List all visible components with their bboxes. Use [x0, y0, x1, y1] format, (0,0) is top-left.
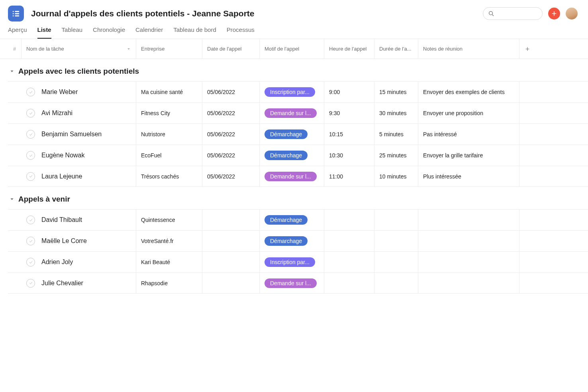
table-row[interactable]: Marie WeberMa cuisine santé05/06/2022Ins…: [8, 81, 588, 102]
cell-hour[interactable]: [324, 210, 374, 230]
table-row[interactable]: Maëlle Le CorreVotreSanté.frDémarchage: [8, 230, 588, 251]
cell-notes[interactable]: [418, 210, 519, 230]
column-reason[interactable]: Motif de l'appel: [260, 39, 324, 59]
complete-toggle[interactable]: [26, 109, 35, 118]
column-hour[interactable]: Heure de l'appel: [324, 39, 374, 59]
complete-toggle[interactable]: [26, 258, 35, 267]
cell-name[interactable]: Julie Chevalier: [22, 273, 136, 293]
avatar[interactable]: [566, 8, 578, 20]
cell-notes[interactable]: Envoyer une proposition: [418, 103, 519, 123]
cell-name[interactable]: Eugène Nowak: [22, 145, 136, 166]
complete-toggle[interactable]: [26, 151, 35, 160]
tab-tableau-de-bord[interactable]: Tableau de bord: [173, 26, 216, 39]
cell-date[interactable]: [202, 210, 260, 230]
cell-hour[interactable]: 10:15: [324, 124, 374, 145]
cell-date[interactable]: 05/06/2022: [202, 145, 260, 166]
tab-liste[interactable]: Liste: [37, 26, 51, 39]
tab-processus[interactable]: Processus: [227, 26, 255, 39]
cell-hour[interactable]: 9:00: [324, 82, 374, 102]
cell-reason[interactable]: Demande sur l...: [260, 103, 324, 123]
cell-notes[interactable]: Pas intéressé: [418, 124, 519, 145]
cell-reason[interactable]: Inscription par...: [260, 82, 324, 102]
cell-reason[interactable]: Démarchage: [260, 124, 324, 145]
cell-reason[interactable]: Demande sur l...: [260, 166, 324, 186]
cell-hour[interactable]: 10:30: [324, 145, 374, 166]
cell-name[interactable]: Laura Lejeune: [22, 166, 136, 186]
cell-reason[interactable]: Inscription par...: [260, 252, 324, 272]
column-name[interactable]: Nom de la tâche: [22, 39, 136, 59]
column-hash[interactable]: #: [8, 39, 22, 59]
cell-company[interactable]: Quintessence: [136, 210, 202, 230]
cell-name[interactable]: Avi Mizrahi: [22, 103, 136, 123]
cell-notes[interactable]: [418, 252, 519, 272]
table-row[interactable]: David ThibaultQuintessenceDémarchage: [8, 209, 588, 230]
cell-duration[interactable]: [374, 252, 418, 272]
cell-reason[interactable]: Démarchage: [260, 210, 324, 230]
add-button[interactable]: [548, 8, 560, 20]
tab-tableau[interactable]: Tableau: [62, 26, 83, 39]
cell-duration[interactable]: 10 minutes: [374, 166, 418, 186]
add-column-button[interactable]: [519, 39, 535, 59]
cell-duration[interactable]: 25 minutes: [374, 145, 418, 166]
cell-date[interactable]: 05/06/2022: [202, 166, 260, 186]
complete-toggle[interactable]: [26, 237, 35, 245]
project-icon[interactable]: [8, 6, 24, 22]
complete-toggle[interactable]: [26, 130, 35, 139]
cell-duration[interactable]: 30 minutes: [374, 103, 418, 123]
cell-company[interactable]: Trésors cachés: [136, 166, 202, 186]
table-row[interactable]: Julie ChevalierRhapsodieDemande sur l...: [8, 272, 588, 294]
complete-toggle[interactable]: [26, 216, 35, 224]
cell-company[interactable]: Nutristore: [136, 124, 202, 145]
column-date[interactable]: Date de l'appel: [202, 39, 260, 59]
search-input[interactable]: [483, 7, 543, 20]
cell-date[interactable]: [202, 252, 260, 272]
tab-calendrier[interactable]: Calendrier: [135, 26, 163, 39]
cell-hour[interactable]: [324, 231, 374, 251]
complete-toggle[interactable]: [26, 279, 35, 288]
table-row[interactable]: Benjamin SamuelsenNutristore05/06/2022Dé…: [8, 123, 588, 145]
column-duration[interactable]: Durée de l'a...: [374, 39, 418, 59]
cell-reason[interactable]: Démarchage: [260, 231, 324, 251]
tab-aperçu[interactable]: Aperçu: [8, 26, 27, 39]
cell-reason[interactable]: Demande sur l...: [260, 273, 324, 293]
cell-date[interactable]: 05/06/2022: [202, 124, 260, 145]
cell-name[interactable]: David Thibault: [22, 210, 136, 230]
cell-duration[interactable]: [374, 210, 418, 230]
cell-hour[interactable]: [324, 273, 374, 293]
column-company[interactable]: Entreprise: [136, 39, 202, 59]
cell-reason[interactable]: Démarchage: [260, 145, 324, 166]
column-notes[interactable]: Notes de réunion: [418, 39, 519, 59]
cell-date[interactable]: [202, 231, 260, 251]
cell-company[interactable]: Fitness City: [136, 103, 202, 123]
cell-duration[interactable]: 5 minutes: [374, 124, 418, 145]
table-row[interactable]: Avi MizrahiFitness City05/06/2022Demande…: [8, 102, 588, 123]
cell-duration[interactable]: [374, 273, 418, 293]
cell-name[interactable]: Maëlle Le Corre: [22, 231, 136, 251]
cell-hour[interactable]: [324, 252, 374, 272]
cell-name[interactable]: Benjamin Samuelsen: [22, 124, 136, 145]
cell-notes[interactable]: [418, 231, 519, 251]
cell-company[interactable]: Kari Beauté: [136, 252, 202, 272]
cell-notes[interactable]: Plus intéressée: [418, 166, 519, 186]
cell-duration[interactable]: [374, 231, 418, 251]
tab-chronologie[interactable]: Chronologie: [93, 26, 125, 39]
table-row[interactable]: Eugène NowakEcoFuel05/06/2022Démarchage1…: [8, 145, 588, 166]
cell-duration[interactable]: 15 minutes: [374, 82, 418, 102]
complete-toggle[interactable]: [26, 88, 35, 96]
table-row[interactable]: Adrien JolyKari BeautéInscription par...: [8, 251, 588, 272]
cell-date[interactable]: 05/06/2022: [202, 82, 260, 102]
cell-company[interactable]: Rhapsodie: [136, 273, 202, 293]
cell-date[interactable]: [202, 273, 260, 293]
cell-hour[interactable]: 9:30: [324, 103, 374, 123]
group-header[interactable]: Appels à venir: [8, 187, 588, 209]
group-header[interactable]: Appels avec les clients potentiels: [8, 59, 588, 81]
complete-toggle[interactable]: [26, 172, 35, 181]
cell-company[interactable]: Ma cuisine santé: [136, 82, 202, 102]
cell-company[interactable]: EcoFuel: [136, 145, 202, 166]
table-row[interactable]: Laura LejeuneTrésors cachés05/06/2022Dem…: [8, 166, 588, 187]
cell-hour[interactable]: 11:00: [324, 166, 374, 186]
cell-notes[interactable]: [418, 273, 519, 293]
cell-notes[interactable]: Envoyer des exemples de clients: [418, 82, 519, 102]
cell-name[interactable]: Marie Weber: [22, 82, 136, 102]
cell-name[interactable]: Adrien Joly: [22, 252, 136, 272]
